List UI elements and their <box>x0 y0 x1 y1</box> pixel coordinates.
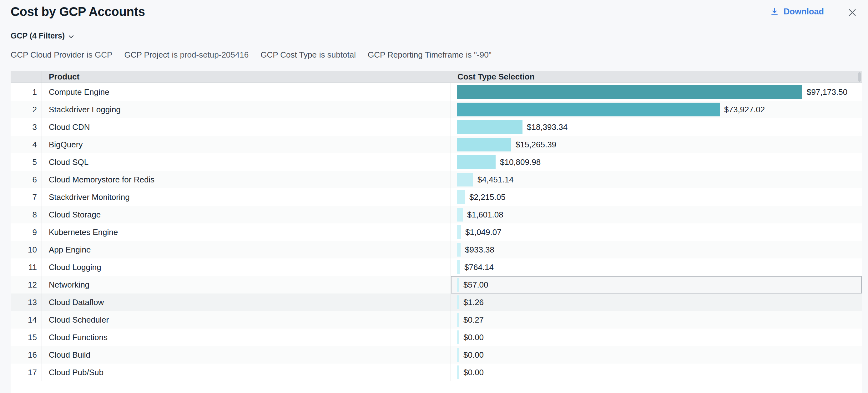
table-row[interactable]: 10 App Engine $933.38 <box>11 241 862 259</box>
cost-cell[interactable]: $764.14 <box>451 259 862 276</box>
product-cell[interactable]: Cloud Storage <box>42 206 451 223</box>
cost-by-gcp-accounts-modal: Cost by GCP Accounts Download GCP (4 Fil… <box>0 0 868 393</box>
filters-toggle-label: GCP (4 Filters) <box>11 31 65 40</box>
cost-cell[interactable]: $97,173.50 <box>451 83 862 101</box>
row-number: 4 <box>11 136 42 153</box>
table-row[interactable]: 6 Cloud Memorystore for Redis $4,451.14 <box>11 171 862 188</box>
table-row[interactable]: 15 Cloud Functions $0.00 <box>11 329 862 346</box>
cost-bar <box>457 155 496 169</box>
cost-cell[interactable]: $1,601.08 <box>451 206 862 223</box>
product-cell[interactable]: Cloud Memorystore for Redis <box>42 171 451 188</box>
row-number: 1 <box>11 83 42 101</box>
filter-chip[interactable]: GCP Project is prod-setup-205416 <box>124 50 249 60</box>
filter-chip[interactable]: GCP Reporting Timeframe is "-90" <box>368 50 492 60</box>
cost-table: Product Cost Type Selection 1 Compute En… <box>11 71 862 393</box>
row-number: 16 <box>11 346 42 364</box>
table-row[interactable]: 13 Cloud Dataflow $1.26 <box>11 294 862 311</box>
cost-bar <box>457 85 802 99</box>
cost-bar <box>457 330 459 344</box>
row-number: 14 <box>11 311 42 329</box>
product-cell[interactable]: Cloud Build <box>42 346 451 364</box>
cost-bar <box>457 243 461 256</box>
filter-condition: is GCP <box>87 50 112 60</box>
product-cell[interactable]: Cloud Logging <box>42 259 451 276</box>
table-row[interactable]: 1 Compute Engine $97,173.50 <box>11 83 862 101</box>
cost-cell[interactable]: $18,393.34 <box>451 118 862 136</box>
cost-bar <box>457 278 459 292</box>
cost-bar <box>457 225 461 239</box>
filters-toggle[interactable]: GCP (4 Filters) <box>11 31 74 40</box>
cost-cell[interactable]: $15,265.39 <box>451 136 862 153</box>
download-label: Download <box>783 7 824 17</box>
cost-cell[interactable]: $933.38 <box>451 241 862 259</box>
filter-field-name: GCP Cost Type <box>260 50 317 60</box>
cost-value: $1,601.08 <box>467 210 503 220</box>
table-row[interactable]: 11 Cloud Logging $764.14 <box>11 259 862 276</box>
product-cell[interactable]: BigQuery <box>42 136 451 153</box>
cost-bar <box>457 208 463 221</box>
product-cell[interactable]: Networking <box>42 276 451 294</box>
row-number: 5 <box>11 153 42 171</box>
cost-bar <box>457 102 720 116</box>
table-row[interactable]: 7 Stackdriver Monitoring $2,215.05 <box>11 188 862 206</box>
column-header-cost-type-selection[interactable]: Cost Type Selection <box>451 71 862 83</box>
product-cell[interactable]: Kubernetes Engine <box>42 223 451 241</box>
row-number: 3 <box>11 118 42 136</box>
cost-value: $57.00 <box>463 280 488 290</box>
product-cell[interactable]: Cloud SQL <box>42 153 451 171</box>
cost-cell[interactable]: $57.00 <box>451 276 862 294</box>
product-cell[interactable]: Cloud CDN <box>42 118 451 136</box>
cost-cell[interactable]: $73,927.02 <box>451 101 862 118</box>
table-row[interactable]: 14 Cloud Scheduler $0.27 <box>11 311 862 329</box>
cost-value: $0.00 <box>463 333 484 342</box>
cost-cell[interactable]: $10,809.98 <box>451 153 862 171</box>
filter-field-name: GCP Reporting Timeframe <box>368 50 463 60</box>
table-row[interactable]: 9 Kubernetes Engine $1,049.07 <box>11 223 862 241</box>
cost-cell[interactable]: $0.00 <box>451 364 862 381</box>
cost-cell[interactable]: $4,451.14 <box>451 171 862 188</box>
download-button[interactable]: Download <box>770 7 824 17</box>
cost-cell[interactable]: $2,215.05 <box>451 188 862 206</box>
filter-chip[interactable]: GCP Cloud Provider is GCP <box>11 50 112 60</box>
column-header-product[interactable]: Product <box>42 71 451 83</box>
cost-value: $1,049.07 <box>465 228 501 237</box>
product-cell[interactable]: Stackdriver Logging <box>42 101 451 118</box>
scrollbar-thumb[interactable] <box>858 72 861 82</box>
product-cell[interactable]: Compute Engine <box>42 83 451 101</box>
cost-bar <box>457 365 459 379</box>
cost-bar <box>457 173 473 186</box>
cost-value: $764.14 <box>464 263 494 272</box>
row-number: 13 <box>11 294 42 311</box>
row-number: 7 <box>11 188 42 206</box>
page-title: Cost by GCP Accounts <box>11 4 145 19</box>
product-cell[interactable]: Cloud Pub/Sub <box>42 364 451 381</box>
close-icon <box>847 7 857 19</box>
product-cell[interactable]: App Engine <box>42 241 451 259</box>
cost-cell[interactable]: $1.26 <box>451 294 862 311</box>
close-button[interactable] <box>845 6 860 21</box>
table-row[interactable]: 17 Cloud Pub/Sub $0.00 <box>11 364 862 381</box>
table-row[interactable]: 16 Cloud Build $0.00 <box>11 346 862 364</box>
table-row[interactable]: 3 Cloud CDN $18,393.34 <box>11 118 862 136</box>
table-row[interactable]: 2 Stackdriver Logging $73,927.02 <box>11 101 862 118</box>
product-cell[interactable]: Stackdriver Monitoring <box>42 188 451 206</box>
cost-cell[interactable]: $1,049.07 <box>451 223 862 241</box>
product-cell[interactable]: Cloud Scheduler <box>42 311 451 329</box>
cost-bar <box>457 138 511 151</box>
cost-cell[interactable]: $0.00 <box>451 329 862 346</box>
table-row[interactable]: 4 BigQuery $15,265.39 <box>11 136 862 153</box>
chevron-down-icon <box>68 31 74 40</box>
cost-value: $0.00 <box>463 368 484 377</box>
product-cell[interactable]: Cloud Dataflow <box>42 294 451 311</box>
cost-cell[interactable]: $0.27 <box>451 311 862 329</box>
filter-field-name: GCP Cloud Provider <box>11 50 84 60</box>
table-row[interactable]: 12 Networking $57.00 <box>11 276 862 294</box>
cost-bar <box>457 260 460 274</box>
cost-cell[interactable]: $0.00 <box>451 346 862 364</box>
table-row[interactable]: 5 Cloud SQL $10,809.98 <box>11 153 862 171</box>
table-row[interactable]: 8 Cloud Storage $1,601.08 <box>11 206 862 223</box>
table-header-row: Product Cost Type Selection <box>11 71 862 83</box>
filter-field-name: GCP Project <box>124 50 169 60</box>
filter-chip[interactable]: GCP Cost Type is subtotal <box>260 50 356 60</box>
product-cell[interactable]: Cloud Functions <box>42 329 451 346</box>
